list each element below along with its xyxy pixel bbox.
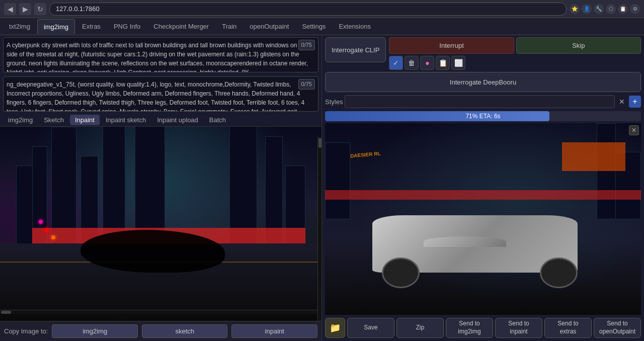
negative-prompt-text: ng_deepnegative_v1_75t, (worst quality, …	[7, 81, 312, 112]
tab-png-info[interactable]: PNG Info	[108, 19, 146, 34]
browser-icon-1: ⭐	[570, 4, 580, 14]
progress-text: 71% ETA: 6s	[465, 113, 500, 120]
trash-icon[interactable]: 🗑	[405, 56, 419, 70]
tab-img2img[interactable]: img2img	[37, 19, 75, 34]
back-button[interactable]: ◀	[4, 3, 16, 15]
send-to-img2img-button[interactable]: Send to img2img	[446, 318, 493, 338]
positive-prompt-section: A cyberpunk city street with lots of tra…	[0, 35, 321, 74]
traffic-light-1	[39, 220, 43, 224]
canvas-area[interactable]: ⚙ ✕ ↕	[0, 127, 321, 321]
send-to-inpaint-label: Send to inpaint	[508, 320, 529, 335]
interrogate-deepbooru-row: Interrogate DeepBooru	[322, 72, 644, 94]
save-button[interactable]: Save	[347, 318, 394, 338]
main-layout: A cyberpunk city street with lots of tra…	[0, 35, 644, 341]
action-row-1: Interrupt Skip	[389, 37, 641, 54]
sub-tab-sketch[interactable]: Sketch	[39, 115, 69, 125]
zip-button[interactable]: Zip	[396, 318, 444, 338]
styles-clear-button[interactable]: ✕	[617, 97, 627, 107]
forward-button[interactable]: ▶	[19, 3, 31, 15]
sub-tab-inpaint[interactable]: Inpaint	[70, 115, 100, 125]
interrupt-button[interactable]: Interrupt	[389, 37, 514, 54]
sub-tab-inpaint-upload[interactable]: Inpaint upload	[152, 115, 203, 125]
sub-tab-inpaint-sketch[interactable]: Inpaint sketch	[101, 115, 151, 125]
send-to-inpaint-button[interactable]: Send to inpaint	[495, 318, 542, 338]
send-to-openoutpaint-button[interactable]: Send to openOutpaint	[594, 318, 641, 338]
positive-prompt-box[interactable]: A cyberpunk city street with lots of tra…	[3, 37, 318, 72]
browser-icon-5: 📋	[618, 4, 628, 14]
output-image: DAESIER RL	[325, 123, 641, 315]
browser-bar: ◀ ▶ ↻ ⭐ 👤 🔧 ⬡ 📋 ⚙	[0, 0, 644, 18]
right-panel: Interrogate CLIP Interrupt Skip ✓ 🗑 ● 📋 …	[322, 35, 644, 341]
sub-tab-img2img[interactable]: img2img	[3, 115, 38, 125]
canvas-scrollbar-thumb-h[interactable]	[1, 311, 11, 314]
browser-icons: ⭐ 👤 🔧 ⬡ 📋 ⚙	[570, 4, 640, 14]
building-sign: DAESIER RL	[350, 151, 381, 159]
tab-txt2img[interactable]: txt2img	[3, 19, 36, 34]
output-area: DAESIER RL ✕	[325, 123, 641, 315]
browser-icon-6: ⚙	[630, 4, 640, 14]
copy-to-inpaint-button[interactable]: inpaint	[231, 324, 317, 338]
tab-openoutpaint[interactable]: openOutpaint	[244, 19, 295, 34]
interrogate-deepbooru-button[interactable]: Interrogate DeepBooru	[325, 72, 641, 92]
styles-row: Styles ✕ +	[322, 94, 644, 109]
browser-icon-3: 🔧	[594, 4, 604, 14]
canvas-scrollbar-h[interactable]	[0, 310, 321, 314]
negative-prompt-section: ng_deepnegative_v1_75t, (worst quality, …	[0, 74, 321, 114]
bottom-actions: 📁 Save Zip Send to img2img Send to inpai…	[322, 315, 644, 341]
copy-to-img2img-button[interactable]: img2img	[52, 324, 138, 338]
output-red-stripe	[325, 190, 641, 200]
negative-char-counter: 0/75	[298, 79, 315, 90]
interrogate-clip-button[interactable]: Interrogate CLIP	[325, 37, 386, 62]
styles-label: Styles	[325, 98, 343, 106]
icon-row: ✓ 🗑 ● 📋 ⬜	[389, 56, 641, 70]
tab-train[interactable]: Train	[216, 19, 243, 34]
right-top-controls: Interrogate CLIP Interrupt Skip ✓ 🗑 ● 📋 …	[322, 35, 644, 72]
send-to-extras-button[interactable]: Send to extras	[544, 318, 592, 338]
progress-bar-container: 71% ETA: 6s	[325, 111, 641, 121]
send-to-openoutpaint-label: Send to openOutpaint	[599, 320, 635, 335]
tab-settings[interactable]: Settings	[296, 19, 332, 34]
progress-bar-fill	[325, 111, 549, 121]
input-image	[0, 127, 321, 321]
out-building-3	[597, 123, 616, 219]
styles-select[interactable]	[345, 95, 615, 108]
canvas-scrollbar-thumb-v[interactable]	[318, 138, 321, 148]
positive-prompt-text: A cyberpunk city street with lots of tra…	[7, 42, 312, 72]
send-to-img2img-label: Send to img2img	[458, 320, 480, 335]
negative-prompt-box[interactable]: ng_deepnegative_v1_75t, (worst quality, …	[3, 76, 318, 112]
car-wheel-rear	[540, 258, 578, 288]
car-wheel-front	[382, 258, 420, 288]
checkbox-icon[interactable]: ✓	[389, 56, 403, 70]
copy-icon[interactable]: ⬜	[451, 56, 465, 70]
canvas-scrollbar-v[interactable]	[317, 137, 321, 321]
color-icon[interactable]: ●	[420, 56, 434, 70]
copy-image-bar: Copy image to: img2img sketch inpaint	[0, 321, 321, 341]
out-building-1	[325, 142, 350, 219]
styles-add-button[interactable]: +	[629, 96, 641, 108]
output-close-button[interactable]: ✕	[629, 125, 639, 135]
positive-char-counter: 0/75	[298, 40, 315, 50]
sub-tab-batch[interactable]: Batch	[204, 115, 231, 125]
send-to-extras-label: Send to extras	[557, 320, 578, 335]
tab-extras[interactable]: Extras	[76, 19, 107, 34]
paste-icon[interactable]: 📋	[436, 56, 450, 70]
refresh-button[interactable]: ↻	[34, 3, 46, 15]
tab-extensions[interactable]: Extensions	[333, 19, 377, 34]
url-bar[interactable]	[49, 3, 567, 16]
browser-icon-4: ⬡	[606, 4, 616, 14]
open-folder-button[interactable]: 📁	[325, 318, 345, 338]
skip-button[interactable]: Skip	[516, 37, 641, 54]
nav-tab-bar: txt2img img2img Extras PNG Info Checkpoi…	[0, 18, 644, 35]
left-panel: A cyberpunk city street with lots of tra…	[0, 35, 322, 341]
tab-checkpoint-merger[interactable]: Checkpoint Merger	[147, 19, 215, 34]
browser-icon-2: 👤	[582, 4, 592, 14]
copy-image-label: Copy image to:	[4, 327, 48, 335]
right-actions: Interrupt Skip ✓ 🗑 ● 📋 ⬜	[389, 37, 641, 70]
orange-accent	[562, 142, 625, 171]
sub-tab-bar: img2img Sketch Inpaint Inpaint sketch In…	[0, 114, 321, 127]
car-roof	[424, 236, 506, 247]
copy-to-sketch-button[interactable]: sketch	[142, 324, 228, 338]
